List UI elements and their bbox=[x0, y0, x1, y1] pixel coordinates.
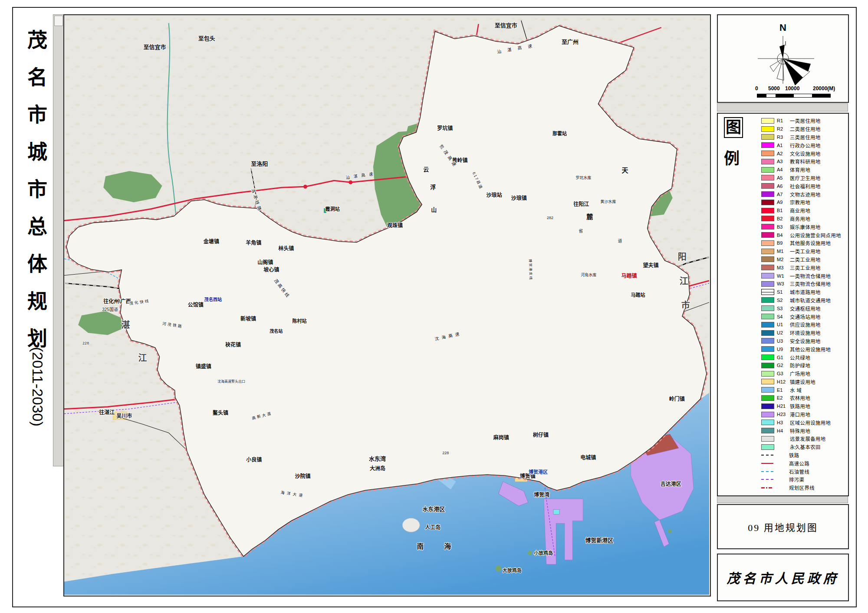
map-label: 往化州\广西 bbox=[103, 298, 131, 305]
legend-label: 社会福利用地 bbox=[790, 183, 821, 190]
map-label: 沙琅站 bbox=[487, 192, 502, 198]
page-title: 茂名市城市总体规划 bbox=[25, 30, 49, 365]
map-label: 至信宜市 bbox=[143, 44, 166, 50]
legend-code: E1 bbox=[777, 387, 790, 393]
legend-label: 城市道路用地 bbox=[790, 288, 821, 295]
legend-item: S2城市轨道交通用地 bbox=[761, 296, 846, 305]
map-label: 至包头 bbox=[198, 35, 215, 42]
legend-label: 水 域 bbox=[790, 387, 802, 393]
legend-label: 一类物流仓储用地 bbox=[790, 272, 831, 279]
legend-label: 铁路用地 bbox=[790, 403, 810, 410]
map-label: 新坡镇 bbox=[240, 315, 256, 322]
map-label: 南 bbox=[417, 543, 424, 551]
map-label: 江 bbox=[138, 353, 147, 363]
legend-swatch bbox=[761, 118, 774, 124]
legend-swatch bbox=[761, 322, 774, 328]
legend-swatch bbox=[761, 412, 774, 417]
map-label: 鳌头镇 bbox=[213, 410, 228, 416]
map-label: 228 bbox=[82, 341, 89, 345]
legend-swatch bbox=[761, 240, 774, 246]
map-label: 道 bbox=[618, 238, 622, 243]
legend-item: A1行政办公用地 bbox=[761, 141, 846, 149]
map-label: 金塘镇 bbox=[203, 238, 219, 245]
map-label: 海 bbox=[444, 543, 451, 551]
legend-box: 图 例 R1一类居住用地R2二类居住用地R3三类居住用地A1行政办公用地A2文化… bbox=[717, 113, 849, 496]
legend-label: 防护绿地 bbox=[790, 362, 810, 369]
scale-tick: 0 bbox=[755, 85, 758, 92]
map-label: 博贺港支线 bbox=[528, 259, 533, 280]
map-label: 吴川市 bbox=[116, 413, 132, 419]
legend-label: 二类居住用地 bbox=[790, 125, 821, 132]
legend-label: 宗教用地 bbox=[790, 199, 810, 206]
map-label: 麻岗镇 bbox=[493, 434, 509, 441]
legend-code: H23 bbox=[777, 412, 790, 417]
legend-swatch bbox=[761, 265, 774, 270]
legend-item: W3三类物流仓储用地 bbox=[761, 280, 846, 288]
legend-item: R2二类居住用地 bbox=[761, 125, 846, 133]
legend-swatch bbox=[761, 330, 774, 336]
legend-label: 行政办公用地 bbox=[790, 142, 821, 149]
map-label: 228 bbox=[442, 451, 449, 455]
legend-swatch bbox=[761, 428, 774, 433]
legend-item: H21铁路用地 bbox=[761, 402, 846, 410]
legend-item: G3广场用地 bbox=[761, 370, 846, 378]
legend-label: 安全设施用地 bbox=[790, 338, 821, 344]
map-label: 阳 bbox=[678, 252, 687, 262]
legend-swatch bbox=[761, 379, 774, 384]
legend-label: 体育用地 bbox=[790, 166, 810, 173]
legend-label: 特殊用地 bbox=[790, 427, 810, 434]
legend-swatch bbox=[761, 346, 774, 352]
map-label: 博贺湾 bbox=[534, 492, 549, 498]
legend-item: H12镇建设用地 bbox=[761, 378, 846, 386]
legend-code: G2 bbox=[777, 363, 790, 368]
map-label: 至广州 bbox=[562, 39, 579, 45]
legend-item: B3娱乐康体用地 bbox=[761, 223, 846, 231]
legend-item: 铁路 bbox=[761, 451, 846, 459]
scale-tick: 5000 bbox=[768, 85, 780, 92]
legend-label: 环境设施用地 bbox=[790, 329, 821, 336]
map-label: 湛 bbox=[121, 320, 130, 330]
map-label: 坡心镇 bbox=[263, 266, 279, 273]
legend-list: R1一类居住用地R2二类居住用地R3三类居住用地A1行政办公用地A2文化设施用地… bbox=[761, 117, 846, 492]
legend-label: 公用设施营业网点用地 bbox=[790, 232, 841, 239]
legend-item: U1供应设施用地 bbox=[761, 321, 846, 329]
map-label: 茂名站 bbox=[269, 328, 283, 334]
legend-code: H12 bbox=[777, 379, 790, 384]
legend-code: B4 bbox=[777, 233, 790, 238]
map-number-box: 09 用地规划图 bbox=[717, 504, 849, 549]
legend-item: S3交通枢纽用地 bbox=[761, 304, 846, 312]
legend-swatch bbox=[761, 256, 774, 262]
legend-item: E2农林用地 bbox=[761, 394, 846, 402]
map-label: 镇盛镇 bbox=[196, 363, 211, 370]
legend-item: G2防护绿地 bbox=[761, 361, 846, 370]
legend-code: A9 bbox=[777, 200, 790, 205]
legend-label: 娱乐康体用地 bbox=[790, 223, 821, 230]
legend-item: S4交通场站用地 bbox=[761, 312, 846, 321]
legend-code: R2 bbox=[777, 126, 790, 131]
legend-item: 规划区界线 bbox=[761, 484, 846, 492]
legend-swatch bbox=[761, 159, 774, 164]
legend-label: 农林用地 bbox=[790, 394, 810, 401]
legend-label: 教育科研用地 bbox=[790, 158, 821, 165]
legend-code: M1 bbox=[777, 249, 790, 254]
legend-item: M3三类工业用地 bbox=[761, 263, 846, 272]
legend-label: 永久基本农田 bbox=[790, 443, 821, 450]
map-label: 人工岛 bbox=[425, 524, 441, 531]
legend-swatch bbox=[761, 305, 774, 311]
legend-line-swatch bbox=[761, 477, 773, 482]
legend-code: S3 bbox=[777, 306, 790, 311]
legend-item: B9其他服务设施用地 bbox=[761, 239, 846, 247]
legend-item: R1一类居住用地 bbox=[761, 117, 846, 125]
legend-swatch bbox=[761, 403, 774, 409]
map-label: 小良镇 bbox=[246, 456, 262, 463]
legend-label: 排污渠 bbox=[789, 476, 804, 483]
map-label: 马踏镇 bbox=[621, 272, 637, 279]
map-label: 沈海高速警头出口 bbox=[217, 379, 245, 384]
map-label: 观珠镇 bbox=[387, 222, 403, 229]
legend-code: W1 bbox=[777, 273, 790, 279]
legend-swatch bbox=[761, 151, 774, 156]
map-label: 大洲岛 bbox=[370, 465, 385, 472]
legend-code: B2 bbox=[777, 216, 790, 221]
map-label: 325国道 bbox=[102, 307, 118, 312]
legend-label: 铁路 bbox=[789, 452, 799, 459]
